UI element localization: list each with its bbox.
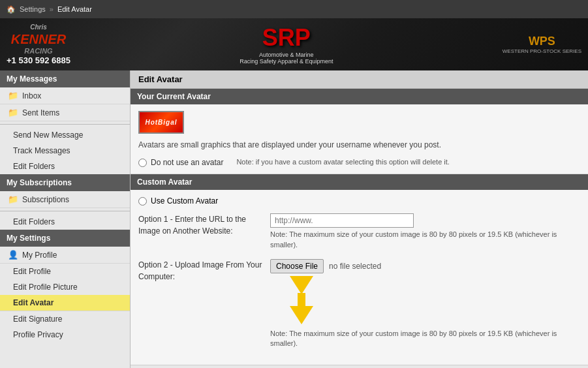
sidebar-item-send-new[interactable]: Send New Message — [0, 127, 130, 143]
sidebar-section-subscriptions: My Subscriptions — [0, 174, 130, 191]
sidebar-item-sent[interactable]: 📁 Sent Items — [0, 104, 130, 121]
custom-avatar-body: Use Custom Avatar Option 1 - Enter the U… — [131, 190, 588, 365]
content-area: Edit Avatar Your Current Avatar HotBigal… — [131, 70, 588, 368]
folder-icon-sent: 📁 — [8, 108, 18, 117]
current-avatar-body: HotBigal Avatars are small graphics that… — [131, 104, 588, 174]
no-avatar-row: Do not use an avatar — [138, 158, 223, 167]
no-avatar-note: Note: if you have a custom avatar select… — [236, 158, 450, 166]
url-input[interactable] — [270, 213, 414, 228]
banner: Chris KENNER RACING +1 530 592 6885 SRP … — [0, 18, 588, 70]
sidebar-item-edit-folders-subs[interactable]: Edit Folders — [0, 214, 130, 230]
option1-row: Option 1 - Enter the URL to the Image on… — [138, 213, 580, 250]
home-icon[interactable]: 🏠 — [7, 5, 16, 14]
srp-line1: Automotive & Marine — [240, 52, 333, 58]
banner-srp: SRP Automotive & Marine Racing Safety Ap… — [240, 24, 333, 65]
srp-line2: Racing Safety Apparel & Equipment — [240, 58, 333, 65]
sidebar: My Messages 📁 Inbox 📁 Sent Items Send Ne… — [0, 70, 131, 368]
sidebar-my-profile-label: My Profile — [22, 251, 57, 260]
file-upload-row: Choose File no file selected — [270, 259, 580, 273]
folder-icon: 📁 — [8, 91, 18, 100]
banner-kenner: Chris KENNER RACING +1 530 592 6885 — [7, 23, 70, 66]
sidebar-section-messages: My Messages — [0, 70, 130, 87]
option1-controls: Note: The maximum size of your custom im… — [270, 213, 580, 250]
sidebar-section-settings: My Settings — [0, 230, 130, 247]
avatar-description: Avatars are small graphics that are disp… — [138, 139, 580, 151]
folder-icon-subs: 📁 — [8, 194, 18, 204]
content-header: Edit Avatar — [131, 70, 588, 89]
bottom-buttons: Save Changes Reset Fields — [131, 365, 588, 368]
kenner-sub: RACING — [7, 47, 70, 55]
person-icon: 👤 — [8, 250, 18, 260]
option2-label: Option 2 - Upload Image From Your Comput… — [138, 259, 262, 283]
sidebar-item-edit-profile-picture[interactable]: Edit Profile Picture — [0, 279, 130, 295]
sidebar-item-edit-folders-messages[interactable]: Edit Folders — [0, 159, 130, 174]
wps-logo: WPS — [503, 35, 581, 48]
sidebar-subs-label: Subscriptions — [22, 195, 69, 204]
option2-note: Note: The maximum size of your custom im… — [270, 329, 580, 349]
sidebar-item-my-profile[interactable]: 👤 My Profile — [0, 247, 130, 264]
current-avatar-title: Your Current Avatar — [131, 89, 588, 104]
breadcrumb-edit-avatar: Edit Avatar — [57, 5, 92, 13]
option1-label: Option 1 - Enter the URL to the Image on… — [138, 213, 262, 237]
avatar-image: HotBigal — [138, 111, 184, 134]
use-custom-row: Use Custom Avatar — [138, 196, 580, 206]
no-file-label: no file selected — [329, 262, 381, 271]
top-nav: 🏠 Settings » Edit Avatar — [0, 0, 588, 18]
custom-avatar-title: Custom Avatar — [131, 174, 588, 190]
use-custom-label: Use Custom Avatar — [151, 196, 218, 206]
content-inner: Your Current Avatar HotBigal Avatars are… — [131, 89, 588, 368]
option2-controls: Choose File no file selected Note: The m… — [270, 259, 580, 349]
arrow-head — [290, 306, 313, 324]
use-custom-radio[interactable] — [138, 197, 147, 206]
choose-file-button[interactable]: Choose File — [270, 259, 324, 273]
arrow-shaft — [298, 293, 305, 306]
option2-row: Option 2 - Upload Image From Your Comput… — [138, 259, 580, 349]
sidebar-item-track[interactable]: Track Messages — [0, 143, 130, 159]
avatar-preview: HotBigal Avatars are small graphics that… — [138, 111, 580, 167]
banner-wps: WPS WESTERN PRO-STOCK SERIES — [503, 35, 581, 54]
kenner-main: KENNER — [7, 31, 70, 47]
sidebar-item-edit-signature[interactable]: Edit Signature — [0, 311, 130, 327]
sidebar-sent-label: Sent Items — [22, 108, 59, 117]
avatar-label-text: HotBigal — [145, 119, 177, 126]
no-avatar-radio[interactable] — [138, 159, 147, 167]
srp-logo: SRP — [240, 24, 333, 52]
arrow-indicator — [290, 276, 313, 324]
sidebar-divider-1 — [0, 124, 130, 125]
no-avatar-label: Do not use an avatar — [151, 158, 223, 167]
sidebar-edit-avatar-label: Edit Avatar — [13, 298, 54, 307]
sidebar-item-inbox[interactable]: 📁 Inbox — [0, 87, 130, 104]
option1-note: Note: The maximum size of your custom im… — [270, 230, 580, 250]
sidebar-item-edit-profile[interactable]: Edit Profile — [0, 264, 130, 279]
sidebar-divider-2 — [0, 211, 130, 211]
kenner-script: Chris — [7, 23, 70, 31]
sidebar-item-edit-avatar[interactable]: Edit Avatar — [0, 295, 130, 311]
sidebar-item-profile-privacy[interactable]: Profile Privacy — [0, 327, 130, 343]
kenner-phone: +1 530 592 6885 — [7, 55, 70, 66]
breadcrumb-settings[interactable]: Settings — [20, 5, 46, 13]
wps-sub: WESTERN PRO-STOCK SERIES — [503, 48, 581, 54]
sidebar-inbox-label: Inbox — [22, 91, 41, 100]
separator: » — [50, 5, 54, 13]
sidebar-item-subscriptions[interactable]: 📁 Subscriptions — [0, 191, 130, 208]
